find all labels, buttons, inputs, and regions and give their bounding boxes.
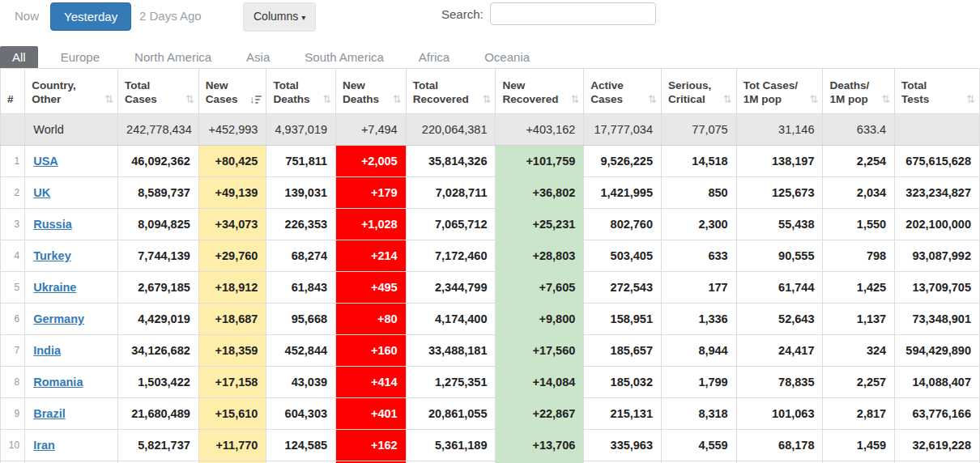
col-header-deaths_per_1m[interactable]: Deaths/1M pop⇅ <box>823 69 895 114</box>
sort-icon: ⇅ <box>966 93 975 105</box>
cell-total_deaths: 751,811 <box>266 146 336 177</box>
country-link[interactable]: Iran <box>33 439 55 452</box>
cell-country: Iran <box>25 430 118 461</box>
cell-country: UK <box>25 177 118 209</box>
col-header-total_recovered[interactable]: TotalRecovered⇅ <box>406 69 496 114</box>
country-link[interactable]: Ukraine <box>33 281 76 294</box>
cell-country: World <box>25 114 118 146</box>
search-input[interactable] <box>490 2 656 25</box>
table-row: 7India34,126,682+18,359452,844+16033,488… <box>1 335 980 367</box>
col-header-total_tests[interactable]: TotalTests⇅ <box>895 69 980 114</box>
col-header-serious_critical[interactable]: Serious,Critical⇅ <box>661 69 736 114</box>
cell-rank: 2 <box>1 177 25 209</box>
yesterday-button[interactable]: Yesterday <box>50 2 131 31</box>
cell-total_deaths: 604,303 <box>266 398 336 430</box>
sort-icon: ⇅ <box>104 93 113 105</box>
cell-total_recovered: 2,344,799 <box>406 272 496 304</box>
cell-total_recovered: 33,488,181 <box>406 335 496 367</box>
cell-new_deaths: +160 <box>336 335 407 367</box>
cell-deaths_per_1m: 633.4 <box>823 114 895 146</box>
cell-rank: 9 <box>1 398 25 430</box>
cell-deaths_per_1m: 1,459 <box>823 430 895 461</box>
country-link[interactable]: India <box>33 344 61 357</box>
country-link[interactable]: Turkey <box>33 249 70 262</box>
sort-icon: ⇅ <box>810 93 819 105</box>
cell-rank: 5 <box>1 272 25 304</box>
cell-cases_per_1m: 90,555 <box>736 240 823 272</box>
cell-deaths_per_1m: 798 <box>823 240 895 272</box>
col-header-cases_per_1m[interactable]: Tot Cases/1M pop⇅ <box>736 69 823 114</box>
cell-new_cases: +29,760 <box>198 240 266 272</box>
tab-asia[interactable]: Asia <box>234 46 282 68</box>
covid-table: #Country,Other⇅TotalCases⇅NewCases↓Total… <box>0 68 980 463</box>
now-button[interactable]: Now <box>6 2 47 29</box>
cell-new_recovered: +17,560 <box>496 335 584 367</box>
tab-africa[interactable]: Africa <box>407 46 462 68</box>
col-header-new_deaths[interactable]: NewDeaths⇅ <box>336 69 407 114</box>
cell-active_cases: 185,032 <box>584 367 662 398</box>
cell-cases_per_1m: 125,673 <box>736 177 823 209</box>
country-link[interactable]: UK <box>33 186 50 199</box>
cell-total_deaths: 61,843 <box>266 272 336 304</box>
table-row: 9Brazil21,680,489+15,610604,303+40120,86… <box>1 398 980 430</box>
col-header-new_cases[interactable]: NewCases↓ <box>198 69 266 114</box>
cell-new_recovered: +28,803 <box>496 240 584 272</box>
col-header-country[interactable]: Country,Other⇅ <box>25 69 118 114</box>
cell-total_tests: 32,619,228 <box>895 430 980 461</box>
country-link[interactable]: Russia <box>33 218 72 231</box>
cell-cases_per_1m: 61,744 <box>736 272 823 304</box>
cell-rank: 4 <box>1 240 25 272</box>
cell-new_deaths: +7,494 <box>336 114 407 146</box>
sort-icon: ⇅ <box>185 93 194 105</box>
cell-total_cases: 8,589,737 <box>118 177 199 209</box>
cell-serious_critical: 77,075 <box>661 114 736 146</box>
cell-total_tests: 675,615,628 <box>895 146 980 177</box>
col-header-active_cases[interactable]: ActiveCases⇅ <box>584 69 662 114</box>
cell-deaths_per_1m: 1,550 <box>823 209 895 240</box>
toolbar: Now Yesterday 2 Days Ago Columns▾ Search… <box>0 0 980 44</box>
cell-country: India <box>25 335 118 367</box>
tab-oceania[interactable]: Oceania <box>472 46 542 68</box>
tab-europe[interactable]: Europe <box>49 46 112 68</box>
cell-new_cases: +18,912 <box>198 272 266 304</box>
columns-dropdown-button[interactable]: Columns▾ <box>243 2 316 32</box>
cell-active_cases: 802,760 <box>584 209 662 240</box>
country-link[interactable]: Germany <box>33 312 84 325</box>
cell-country: USA <box>25 146 118 177</box>
world-row: World242,778,434+452,9934,937,019+7,4942… <box>1 114 980 146</box>
cell-total_recovered: 5,361,189 <box>406 430 496 461</box>
sort-icon: ⇅ <box>881 93 890 105</box>
tab-north-america[interactable]: North America <box>122 46 224 68</box>
cell-new_recovered: +403,162 <box>496 114 584 146</box>
cell-cases_per_1m: 78,835 <box>736 367 823 398</box>
cell-serious_critical: 633 <box>661 240 736 272</box>
col-header-total_cases[interactable]: TotalCases⇅ <box>118 69 199 114</box>
table-row: 6Germany4,429,019+18,68795,668+804,174,4… <box>1 304 980 335</box>
col-header-new_recovered[interactable]: NewRecovered⇅ <box>496 69 584 114</box>
table-row: 5Ukraine2,679,185+18,91261,843+4952,344,… <box>1 272 980 304</box>
cell-country: Ukraine <box>25 272 118 304</box>
cell-new_cases: +11,770 <box>198 430 266 461</box>
country-link[interactable]: Brazil <box>33 407 66 420</box>
cell-serious_critical: 1,336 <box>661 304 736 335</box>
cell-country: Russia <box>25 209 118 240</box>
caret-down-icon: ▾ <box>301 7 305 28</box>
country-link[interactable]: USA <box>33 155 58 168</box>
continent-tabs: AllEuropeNorth AmericaAsiaSouth AmericaA… <box>0 44 980 68</box>
country-link[interactable]: Romania <box>33 376 83 389</box>
cell-cases_per_1m: 101,063 <box>736 398 823 430</box>
cell-new_deaths: +1,028 <box>336 209 407 240</box>
col-header-total_deaths[interactable]: TotalDeaths⇅ <box>266 69 336 114</box>
cell-new_cases: +80,425 <box>198 146 266 177</box>
tab-south-america[interactable]: South America <box>292 46 396 68</box>
two-days-ago-button[interactable]: 2 Days Ago <box>131 2 210 29</box>
cell-new_recovered: +14,084 <box>496 367 584 398</box>
cell-country: Romania <box>25 367 118 398</box>
cell-total_tests: 202,100,000 <box>895 209 980 240</box>
table-header: #Country,Other⇅TotalCases⇅NewCases↓Total… <box>1 69 980 114</box>
cell-total_recovered: 7,065,712 <box>406 209 496 240</box>
tab-all[interactable]: All <box>0 46 38 68</box>
sort-icon: ⇅ <box>570 93 579 105</box>
columns-label: Columns <box>254 10 298 23</box>
cell-rank: 8 <box>1 367 25 398</box>
